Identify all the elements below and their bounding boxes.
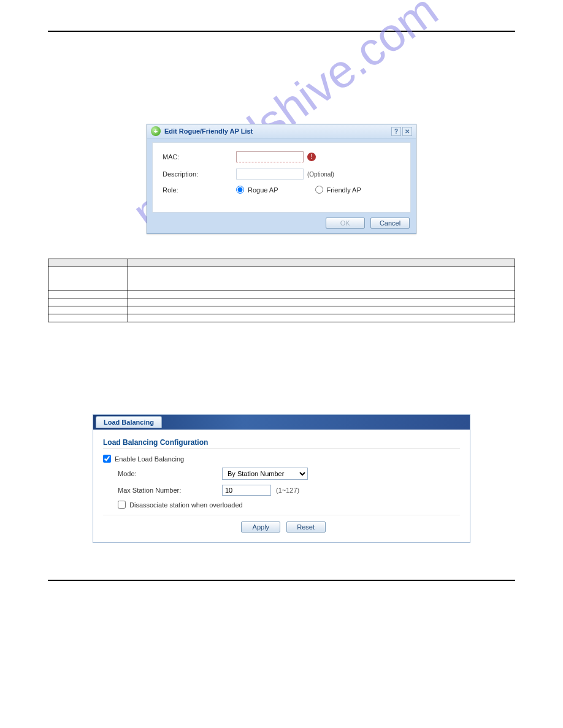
table-header-label xyxy=(48,259,128,267)
role-radio-friendly[interactable]: Friendly AP xyxy=(315,186,361,194)
tab-load-balancing[interactable]: Load Balancing xyxy=(96,416,162,428)
description-table xyxy=(48,259,515,322)
dialog-title: Edit Rogue/Friendly AP List xyxy=(164,127,253,135)
role-radio-rogue[interactable]: Rogue AP xyxy=(236,186,278,194)
dialog-body: MAC: ! Description: (Optional) Role: Rog… xyxy=(152,142,411,213)
table-row xyxy=(48,267,515,290)
error-icon: ! xyxy=(307,153,316,161)
apply-button[interactable]: Apply xyxy=(241,521,280,533)
table-row xyxy=(48,298,515,306)
max-station-label: Max Station Number: xyxy=(118,487,222,494)
role-radio-rogue-input[interactable] xyxy=(236,186,244,194)
ok-button[interactable]: OK xyxy=(326,218,365,229)
close-icon[interactable]: ✕ xyxy=(402,127,412,136)
mac-label: MAC: xyxy=(163,153,236,161)
page-top-rule xyxy=(48,31,515,32)
page-bottom-rule xyxy=(48,580,515,581)
enable-lb-label: Enable Load Balancing xyxy=(115,455,184,463)
table-row xyxy=(48,314,515,322)
disassociate-label: Disassociate station when overloaded xyxy=(129,501,243,509)
reset-button[interactable]: Reset xyxy=(286,521,326,533)
disassociate-checkbox[interactable] xyxy=(118,501,126,509)
mode-label: Mode: xyxy=(118,470,222,477)
cancel-button[interactable]: Cancel xyxy=(370,218,410,229)
mode-select[interactable]: By Station Number xyxy=(222,468,308,480)
max-station-range: (1~127) xyxy=(276,487,299,494)
section-rule xyxy=(103,448,460,449)
dialog-titlebar: + Edit Rogue/Friendly AP List ? ✕ xyxy=(147,124,416,138)
role-label: Role: xyxy=(163,186,236,194)
role-radio-friendly-input[interactable] xyxy=(315,186,323,194)
mac-input[interactable] xyxy=(236,151,304,162)
optional-note: (Optional) xyxy=(307,171,334,178)
panel-tabbar: Load Balancing xyxy=(93,415,470,430)
edit-ap-dialog: + Edit Rogue/Friendly AP List ? ✕ MAC: !… xyxy=(147,124,416,234)
load-balancing-panel: Load Balancing Load Balancing Configurat… xyxy=(93,414,470,543)
role-friendly-label: Friendly AP xyxy=(327,186,361,194)
description-input[interactable] xyxy=(236,169,304,180)
enable-lb-checkbox[interactable] xyxy=(103,455,111,463)
role-rogue-label: Rogue AP xyxy=(248,186,278,194)
section-title: Load Balancing Configuration xyxy=(103,438,460,447)
max-station-input[interactable] xyxy=(222,485,271,496)
table-row xyxy=(48,306,515,314)
description-label: Description: xyxy=(163,170,236,178)
plus-icon: + xyxy=(151,126,161,136)
help-icon[interactable]: ? xyxy=(391,127,401,136)
table-header-desc xyxy=(128,259,515,267)
table-row xyxy=(48,290,515,298)
